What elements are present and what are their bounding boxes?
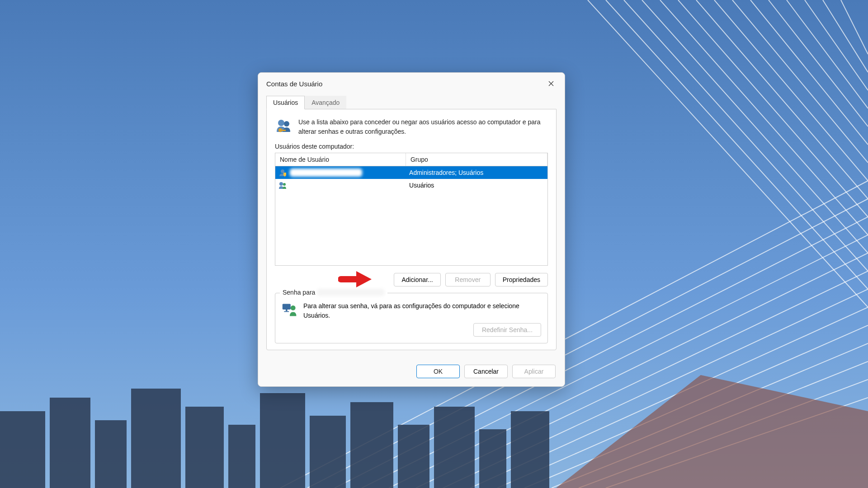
tab-advanced[interactable]: Avançado xyxy=(305,96,346,109)
user-accounts-dialog: Contas de Usuário Usuários Avançado Use … xyxy=(258,72,565,387)
users-list-label: Usuários deste computador: xyxy=(275,143,548,150)
user-group-cell: Usuários xyxy=(407,182,547,189)
svg-line-2 xyxy=(624,0,868,271)
properties-button[interactable]: Propriedades xyxy=(495,273,548,286)
svg-rect-37 xyxy=(398,425,429,488)
svg-line-9 xyxy=(750,0,868,145)
password-group: Senha para Para alterar sua senha, vá pa… xyxy=(275,293,548,343)
redacted-username xyxy=(290,169,362,177)
svg-line-11 xyxy=(787,0,868,108)
svg-line-12 xyxy=(805,0,868,90)
cancel-button[interactable]: Cancelar xyxy=(464,365,508,378)
svg-rect-32 xyxy=(185,407,224,488)
tab-strip: Usuários Avançado xyxy=(258,95,565,109)
svg-point-47 xyxy=(279,182,283,186)
svg-point-43 xyxy=(284,121,289,127)
svg-rect-29 xyxy=(50,398,90,488)
svg-line-1 xyxy=(606,0,868,289)
intro-text: Use a lista abaixo para conceder ou nega… xyxy=(298,117,548,136)
close-button[interactable] xyxy=(544,77,558,90)
annotation-arrow-icon xyxy=(338,269,374,289)
user-group-cell: Administradores; Usuários xyxy=(407,169,547,176)
intro-section: Use a lista abaixo para conceder ou nega… xyxy=(275,117,548,136)
svg-rect-45 xyxy=(281,130,286,131)
user-row[interactable]: Administradores; Usuários xyxy=(275,166,547,179)
password-help-text: Para alterar sua senha, vá para as confi… xyxy=(303,301,541,320)
user-row[interactable]: Usuários xyxy=(275,179,547,192)
list-header: Nome de Usuário Grupo xyxy=(275,153,547,166)
svg-point-42 xyxy=(278,120,284,126)
add-button[interactable]: Adicionar... xyxy=(394,273,440,286)
svg-rect-30 xyxy=(95,420,127,488)
svg-line-0 xyxy=(588,0,868,307)
svg-line-7 xyxy=(714,0,868,181)
tab-users[interactable]: Usuários xyxy=(266,96,305,109)
user-pair-icon xyxy=(278,181,287,190)
reset-password-button[interactable]: Redefinir Senha... xyxy=(473,323,541,337)
svg-line-4 xyxy=(660,0,868,235)
svg-rect-31 xyxy=(131,389,181,488)
users-keys-icon xyxy=(275,117,293,136)
column-header-username[interactable]: Nome de Usuário xyxy=(275,153,406,166)
svg-point-48 xyxy=(283,183,286,186)
dialog-title: Contas de Usuário xyxy=(266,80,322,88)
svg-point-46 xyxy=(281,169,284,173)
svg-rect-51 xyxy=(284,311,289,312)
svg-point-52 xyxy=(291,305,296,310)
svg-rect-34 xyxy=(260,393,305,488)
password-group-label: Senha para xyxy=(283,289,315,296)
svg-rect-33 xyxy=(228,425,255,488)
svg-line-6 xyxy=(696,0,868,199)
apply-button[interactable]: Aplicar xyxy=(512,365,556,378)
svg-rect-38 xyxy=(434,407,475,488)
password-group-title: Senha para xyxy=(280,289,387,296)
svg-rect-39 xyxy=(479,429,506,488)
dialog-footer: OK Cancelar Aplicar xyxy=(258,358,565,386)
close-icon xyxy=(548,81,554,86)
svg-line-14 xyxy=(841,0,868,54)
titlebar: Contas de Usuário xyxy=(258,73,565,94)
svg-rect-50 xyxy=(286,310,288,311)
svg-rect-49 xyxy=(283,304,291,310)
user-shield-icon xyxy=(278,168,287,177)
redacted-username xyxy=(317,289,385,296)
users-listbox[interactable]: Nome de Usuário Grupo Administradores; U… xyxy=(275,153,548,266)
svg-rect-28 xyxy=(0,411,45,488)
ok-button[interactable]: OK xyxy=(416,365,460,378)
svg-rect-36 xyxy=(350,402,393,488)
column-header-group[interactable]: Grupo xyxy=(406,153,547,166)
remove-button[interactable]: Remover xyxy=(445,273,491,286)
svg-marker-41 xyxy=(556,375,868,488)
svg-line-3 xyxy=(642,0,868,253)
user-monitor-icon xyxy=(282,301,298,318)
list-action-buttons: Adicionar... Remover Propriedades xyxy=(275,273,548,286)
svg-rect-35 xyxy=(310,416,346,488)
tab-panel-users: Use a lista abaixo para conceder ou nega… xyxy=(266,109,557,350)
redacted-username xyxy=(290,181,362,189)
svg-rect-40 xyxy=(511,411,549,488)
